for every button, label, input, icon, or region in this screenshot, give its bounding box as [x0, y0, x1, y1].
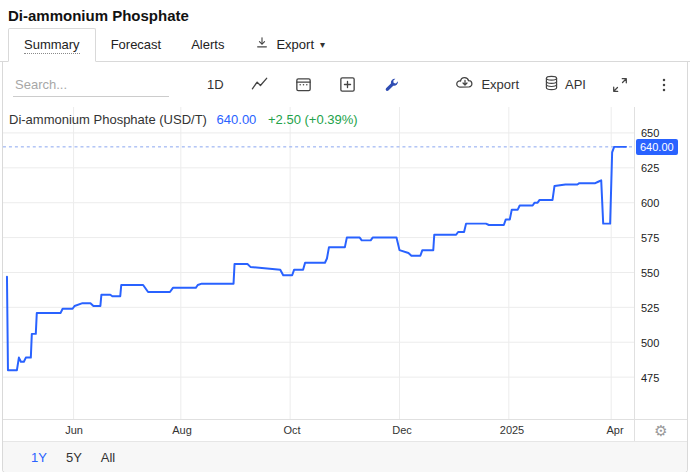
x-axis-label: Oct — [283, 424, 300, 436]
y-axis-label: 575 — [641, 232, 659, 244]
chart-area: Di-ammonium Phosphate (USD/T) 640.00 +2.… — [3, 107, 687, 420]
chart-legend: Di-ammonium Phosphate (USD/T) 640.00 +2.… — [9, 112, 358, 127]
line-chart-icon[interactable] — [249, 74, 271, 96]
legend-series-name: Di-ammonium Phosphate (USD/T) — [9, 112, 207, 127]
y-axis-label: 550 — [641, 267, 659, 279]
export-button-label: Export — [481, 77, 519, 92]
y-axis-label: 500 — [641, 337, 659, 349]
chart-widget: 1D — [2, 62, 688, 472]
add-compare-icon[interactable] — [337, 74, 359, 96]
chart-settings-button[interactable]: ⚙ — [634, 420, 687, 441]
fullscreen-icon[interactable] — [609, 74, 631, 96]
tab-summary[interactable]: Summary — [8, 28, 96, 62]
calendar-icon[interactable] — [293, 74, 315, 96]
x-axis-label: Dec — [392, 424, 412, 436]
download-icon — [254, 35, 270, 54]
range-all[interactable]: All — [101, 450, 115, 465]
search-input[interactable] — [13, 73, 169, 97]
page-title: Di-ammonium Phosphate — [8, 7, 682, 24]
x-axis-label: Aug — [172, 424, 192, 436]
api-button[interactable]: API — [543, 74, 586, 95]
tab-forecast-label: Forecast — [111, 37, 162, 52]
x-axis-row: JunAugOctDec2025Apr ⚙ — [3, 420, 687, 441]
kebab-menu-icon[interactable] — [653, 74, 675, 96]
tab-alerts[interactable]: Alerts — [176, 28, 239, 61]
x-axis-label: Apr — [606, 424, 623, 436]
search-wrap — [13, 73, 169, 97]
database-icon — [543, 74, 560, 95]
tab-export[interactable]: Export ▾ — [239, 28, 340, 61]
range-5y[interactable]: 5Y — [66, 450, 82, 465]
tab-alerts-label: Alerts — [191, 37, 224, 52]
legend-change: +2.50 (+0.39%) — [268, 112, 358, 127]
range-selector: 1Y 5Y All — [3, 441, 687, 472]
y-axis-label: 650 — [641, 127, 659, 139]
tools-wrench-icon[interactable] — [381, 74, 403, 96]
x-axis-label: Jun — [65, 424, 83, 436]
export-button[interactable]: Export — [454, 74, 519, 95]
last-price-badge: 640.00 — [636, 139, 678, 155]
chart-canvas — [3, 107, 634, 419]
x-axis-label: 2025 — [500, 424, 524, 436]
y-axis[interactable]: 650625600575550525500475640.00 — [634, 107, 687, 419]
y-axis-label: 525 — [641, 302, 659, 314]
cloud-download-icon — [454, 74, 476, 95]
legend-value: 640.00 — [217, 112, 257, 127]
y-axis-label: 475 — [641, 372, 659, 384]
tab-forecast[interactable]: Forecast — [96, 28, 177, 61]
y-axis-label: 625 — [641, 162, 659, 174]
x-axis[interactable]: JunAugOctDec2025Apr — [3, 420, 634, 441]
gear-icon: ⚙ — [654, 422, 667, 440]
chevron-down-icon: ▾ — [320, 39, 325, 50]
interval-selector[interactable]: 1D — [207, 77, 224, 92]
tab-summary-label: Summary — [24, 37, 80, 54]
y-axis-label: 600 — [641, 197, 659, 209]
range-1y[interactable]: 1Y — [31, 450, 47, 465]
header: Di-ammonium Phosphate — [0, 0, 690, 28]
chart-toolbar: 1D — [3, 62, 687, 107]
tab-bar: Summary Forecast Alerts Export ▾ — [0, 28, 690, 62]
tab-export-label: Export — [276, 37, 314, 52]
api-button-label: API — [565, 77, 586, 92]
chart-plot-area[interactable]: Di-ammonium Phosphate (USD/T) 640.00 +2.… — [3, 107, 634, 419]
